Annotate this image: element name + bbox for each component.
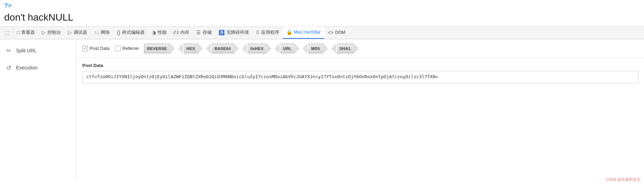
right-panel: ✓ Post Data Referrer REVERSE HEX — [77, 39, 644, 180]
0xhex-btn-label[interactable]: 0xHEX — [248, 44, 266, 53]
reverse-btn-label[interactable]: REVERSE — [144, 44, 170, 53]
post-data-area: Post Data ctf=Tzo0OiJIYXNIljoyOntzOjEyOi… — [77, 58, 644, 88]
sha1-button[interactable]: SHA1 — [331, 44, 359, 53]
console-icon: ▷ — [42, 30, 46, 35]
dom-icon: <> — [328, 30, 333, 35]
url-right-arrow — [294, 44, 300, 53]
url-btn-label[interactable]: URL — [280, 44, 295, 53]
storage-icon: ☰ — [196, 30, 201, 35]
hex-right-arrow — [198, 44, 203, 53]
toolbar-style-editor[interactable]: {} 样式编辑器 — [113, 27, 148, 39]
scissors-icon: ✂ — [6, 47, 11, 54]
inspect-icon: ⬚ — [5, 30, 9, 35]
md5-right-arrow — [323, 44, 328, 53]
toolbar-memory[interactable]: ⛙ 内存 — [170, 27, 193, 39]
sidebar-item-split-url-label: Split URL — [16, 48, 37, 53]
toolbar: ⬚ □ 查看器 ▷ 控制台 ▷ 调试器 ↑↓ 网络 {} 样式编辑器 ◑ 性能 … — [0, 26, 644, 39]
toolbar-application[interactable]: ⠿ 应用程序 — [252, 27, 283, 39]
sha1-btn-label[interactable]: SHA1 — [337, 44, 354, 53]
0xhex-left-arrow — [242, 44, 248, 53]
post-data-check-item[interactable]: ✓ Post Data — [82, 46, 109, 51]
reverse-button[interactable]: REVERSE — [144, 44, 175, 53]
referrer-checkbox-label: Referrer — [122, 46, 139, 51]
md5-button[interactable]: MD5 — [303, 44, 328, 53]
toolbar-performance[interactable]: ◑ 性能 — [148, 27, 170, 39]
reverse-right-arrow — [170, 44, 175, 53]
php-icon: ?> — [4, 2, 640, 9]
sidebar-item-execution-label: Execution — [16, 65, 37, 71]
referrer-check-item[interactable]: Referrer — [115, 46, 139, 51]
md5-left-arrow — [303, 44, 308, 53]
network-icon: ↑↓ — [94, 30, 99, 35]
referrer-checkbox[interactable] — [115, 46, 121, 51]
url-left-arrow — [275, 44, 280, 53]
toolbar-console[interactable]: ▷ 控制台 — [38, 27, 65, 39]
base64-left-arrow — [206, 44, 212, 53]
watermark: CSDN @玖龍的意志 — [606, 177, 641, 180]
toolbar-network[interactable]: ↑↓ 网络 — [91, 27, 113, 39]
0xhex-button[interactable]: 0xHEX — [242, 44, 272, 53]
base64-right-arrow — [234, 44, 239, 53]
base64-btn-label[interactable]: BASE64 — [212, 44, 234, 53]
hackbar-icon: 🔒 — [286, 29, 292, 35]
main-content: ✂ Split URL ↺ Execution ✓ Post Data Refe… — [0, 39, 644, 180]
post-data-checkbox-label: Post Data — [90, 46, 109, 51]
refresh-icon: ↺ — [6, 64, 11, 72]
hex-btn-label[interactable]: HEX — [184, 44, 198, 53]
style-editor-icon: {} — [117, 30, 120, 35]
post-data-section-label: Post Data — [82, 63, 638, 68]
post-data-field[interactable]: ctf=Tzo0OiJIYXNIljoyOntzOjEyOilAZWFzZQBt… — [82, 71, 638, 83]
toolbar-hackbar[interactable]: 🔒 Max HacKBar — [283, 27, 324, 39]
url-button[interactable]: URL — [275, 44, 300, 53]
performance-icon: ◑ — [152, 30, 156, 35]
post-data-checkbox[interactable]: ✓ — [82, 46, 88, 51]
toolbar-debugger[interactable]: ▷ 调试器 — [65, 27, 91, 39]
hex-button[interactable]: HEX — [178, 44, 204, 53]
toolbar-storage[interactable]: ☰ 存储 — [193, 27, 215, 39]
memory-icon: ⛙ — [174, 30, 179, 35]
brand-title: don't hackNULL — [0, 11, 644, 26]
debugger-icon: ▷ — [68, 30, 72, 35]
base64-button[interactable]: BASE64 — [206, 44, 239, 53]
sha1-left-arrow — [331, 44, 337, 53]
toolbar-inspect[interactable]: ⬚ — [1, 27, 13, 39]
sidebar-item-split-url[interactable]: ✂ Split URL — [0, 42, 76, 59]
toolbar-accessibility[interactable]: ♿ 无障碍环境 — [215, 27, 252, 39]
sha1-right-arrow — [354, 44, 359, 53]
hex-left-arrow — [178, 44, 184, 53]
toolbar-dom[interactable]: <> DOM — [324, 27, 349, 39]
accessibility-icon: ♿ — [219, 30, 225, 35]
viewer-icon: □ — [17, 30, 20, 35]
application-icon: ⠿ — [256, 30, 259, 35]
md5-btn-label[interactable]: MD5 — [308, 44, 323, 53]
toolbar-viewer[interactable]: □ 查看器 — [13, 27, 38, 39]
sidebar-item-execution[interactable]: ↺ Execution — [0, 59, 76, 76]
sidebar: ✂ Split URL ↺ Execution — [0, 39, 77, 180]
encoding-bar: ✓ Post Data Referrer REVERSE HEX — [77, 39, 644, 58]
0xhex-right-arrow — [266, 44, 272, 53]
